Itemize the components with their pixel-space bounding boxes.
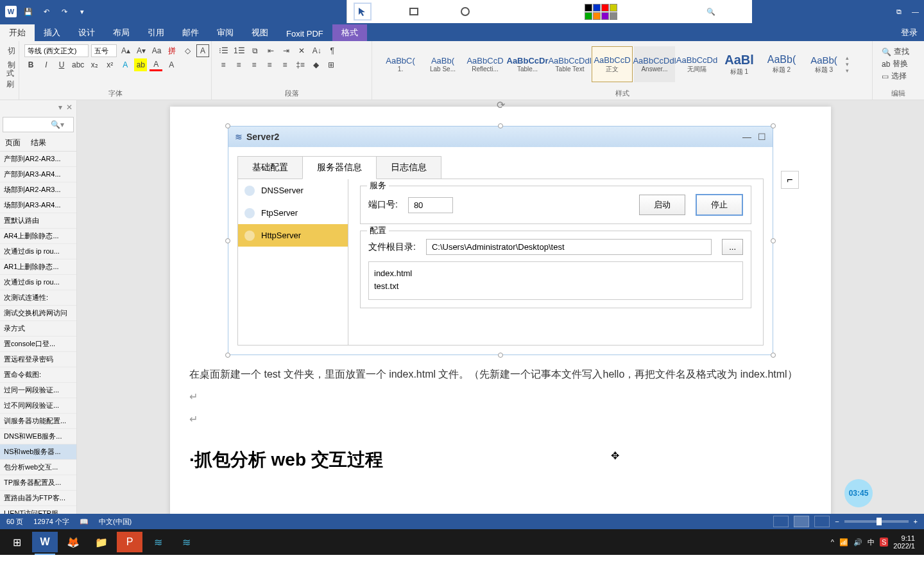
- nav-heading-item[interactable]: AR1上删除静态...: [0, 259, 76, 275]
- undo-icon[interactable]: ↶: [40, 5, 53, 18]
- search-icon[interactable]: 🔍▾: [51, 120, 64, 129]
- status-words[interactable]: 12974 个字: [33, 517, 69, 527]
- style-item-h3[interactable]: AaBb(标题 3: [803, 46, 844, 82]
- nav-heading-item[interactable]: 置路由器为FTP客...: [0, 491, 76, 506]
- bold-button[interactable]: B: [24, 58, 37, 71]
- line-tool[interactable]: ╱: [431, 3, 449, 21]
- nav-heading-item[interactable]: 训服务器功能配置...: [0, 414, 76, 429]
- nav-heading-item[interactable]: 过同一网段验证...: [0, 383, 76, 398]
- zoom-out-icon[interactable]: −: [835, 518, 839, 525]
- nav-close-icon[interactable]: ✕: [66, 103, 73, 112]
- maximize-icon[interactable]: ☐: [758, 132, 766, 142]
- tab-layout[interactable]: 布局: [104, 24, 139, 41]
- change-case-icon[interactable]: Aa: [150, 44, 163, 57]
- circle-tool[interactable]: [456, 3, 474, 21]
- status-pages[interactable]: 60 页: [6, 517, 23, 527]
- show-marks-icon[interactable]: ¶: [326, 44, 339, 57]
- style-item[interactable]: AaBbCcDdlAnswer...: [634, 46, 675, 82]
- font-family-select[interactable]: [24, 44, 89, 57]
- tray-up-icon[interactable]: ^: [831, 538, 834, 546]
- tab-references[interactable]: 引用: [139, 24, 173, 41]
- server-side-ftp[interactable]: FtpServer: [238, 202, 348, 224]
- file-list[interactable]: index.html test.txt: [368, 261, 743, 300]
- indent-right-icon[interactable]: ⇥: [280, 44, 293, 57]
- resize-handle[interactable]: [771, 238, 776, 243]
- root-input[interactable]: [426, 239, 712, 255]
- highlight-icon[interactable]: ab: [134, 58, 147, 71]
- nav-heading-list[interactable]: 产部到AR2-AR3...产部到AR3-AR4...场部到AR2-AR3...场…: [0, 152, 76, 514]
- save-icon[interactable]: 💾: [22, 5, 35, 18]
- shrink-font-icon[interactable]: A▾: [135, 44, 148, 57]
- spellcheck-icon[interactable]: 📖: [80, 518, 89, 526]
- style-item[interactable]: AaBbC(1.: [380, 46, 421, 82]
- char-shading-icon[interactable]: A: [165, 58, 178, 71]
- status-lang[interactable]: 中文(中国): [99, 517, 132, 527]
- nav-heading-item[interactable]: TP服务器配置及...: [0, 475, 76, 491]
- grow-font-icon[interactable]: A▴: [119, 44, 132, 57]
- align-left-icon[interactable]: ≡: [217, 58, 230, 71]
- nav-heading-item[interactable]: 场部到AR2-AR3...: [0, 182, 76, 198]
- style-item-h1[interactable]: AaBl标题 1: [719, 46, 760, 82]
- nav-heading-item[interactable]: 次通过dis ip rou...: [0, 244, 76, 259]
- tray-sogou-icon[interactable]: S: [880, 538, 888, 547]
- redo-annot-icon[interactable]: ↷: [651, 3, 669, 21]
- tray-ime[interactable]: 中: [868, 538, 875, 547]
- nav-heading-item[interactable]: LIENT访问FTP服...: [0, 506, 76, 514]
- browse-button[interactable]: ...: [722, 239, 743, 255]
- nav-heading-item[interactable]: AR4上删除静态...: [0, 229, 76, 244]
- nav-heading-item[interactable]: 录方式: [0, 321, 76, 337]
- restore-icon[interactable]: ⧉: [896, 8, 902, 16]
- arrow-tool[interactable]: ↗: [482, 3, 500, 21]
- redo-icon[interactable]: ↷: [58, 5, 71, 18]
- server-tab-basic[interactable]: 基础配置: [237, 156, 303, 179]
- tab-mailings[interactable]: 邮件: [173, 24, 208, 41]
- replace-button[interactable]: ab替换: [882, 58, 915, 69]
- zoom-icon[interactable]: 🔍: [702, 3, 720, 21]
- resize-handle[interactable]: [771, 353, 776, 358]
- shading-icon[interactable]: ◆: [309, 58, 322, 71]
- bullets-icon[interactable]: ⁝☰: [217, 44, 230, 57]
- pointer-tool[interactable]: [354, 3, 372, 21]
- minimize-icon[interactable]: —: [742, 132, 751, 142]
- nav-heading-item[interactable]: 置远程登录密码: [0, 352, 76, 367]
- document-area[interactable]: ⟳ ⌐ ≋ Server2 — ☐: [77, 100, 924, 514]
- nav-heading-item[interactable]: 包分析web交互...: [0, 460, 76, 475]
- tab-view[interactable]: 视图: [243, 24, 277, 41]
- server-tab-info[interactable]: 服务器信息: [302, 156, 377, 179]
- asian-layout-icon[interactable]: ✕: [295, 44, 308, 57]
- align-right-icon[interactable]: ≡: [248, 58, 261, 71]
- painter-icon[interactable]: 式刷: [5, 73, 18, 85]
- multilevel-icon[interactable]: ⧉: [249, 44, 262, 57]
- tray-sound-icon[interactable]: 🔊: [853, 538, 862, 547]
- style-item[interactable]: AaBbCcDdlTable Text: [549, 46, 590, 82]
- stop-button[interactable]: 停止: [696, 194, 743, 216]
- nav-heading-item[interactable]: 置命令截图:: [0, 367, 76, 383]
- task-powerpoint-icon[interactable]: P: [117, 532, 142, 552]
- gallery-expand-icon[interactable]: ▴▾▾: [846, 46, 855, 82]
- close-annot-icon[interactable]: ✕: [728, 3, 746, 21]
- underline-button[interactable]: U: [55, 58, 68, 71]
- style-gallery[interactable]: AaBbC(1. AaBb(Lab Se... AaBbCcDReflecti.…: [377, 44, 867, 85]
- nav-heading-item[interactable]: 置默认路由: [0, 213, 76, 229]
- strike-button[interactable]: abc: [71, 58, 85, 71]
- nav-heading-item[interactable]: 场部到AR3-AR4...: [0, 198, 76, 213]
- rotate-handle-icon[interactable]: ⟳: [497, 100, 505, 111]
- text-tool[interactable]: T: [508, 3, 526, 21]
- select-button[interactable]: ▭选择: [882, 71, 915, 82]
- delete-icon[interactable]: 🗑: [676, 3, 694, 21]
- layout-options-icon[interactable]: ⌐: [781, 171, 799, 189]
- task-view-icon[interactable]: ⊞: [4, 532, 30, 552]
- tab-insert[interactable]: 插入: [35, 24, 69, 41]
- justify-icon[interactable]: ≡: [263, 58, 276, 71]
- line-spacing-icon[interactable]: ‡≡: [294, 58, 307, 71]
- rect-tool[interactable]: [405, 3, 423, 21]
- minimize-icon[interactable]: —: [912, 8, 919, 16]
- resize-handle[interactable]: [225, 353, 230, 358]
- indent-left-icon[interactable]: ⇤: [264, 44, 277, 57]
- task-word-icon[interactable]: W: [32, 532, 58, 552]
- port-input[interactable]: [408, 197, 453, 213]
- font-color-icon[interactable]: A: [150, 58, 162, 71]
- numbering-icon[interactable]: 1☰: [232, 44, 246, 57]
- nav-tab-pages[interactable]: 页面: [0, 135, 26, 151]
- resize-handle[interactable]: [498, 353, 503, 358]
